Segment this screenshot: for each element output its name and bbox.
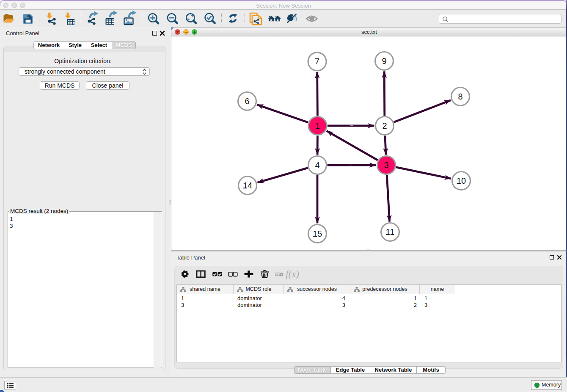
svg-text:11: 11 (386, 227, 395, 237)
svg-text:1: 1 (315, 121, 320, 130)
svg-text:4: 4 (315, 160, 319, 170)
svg-text:15: 15 (313, 229, 322, 238)
svg-text:7: 7 (315, 57, 319, 66)
svg-text:9: 9 (382, 56, 386, 66)
svg-text:f(x): f(x) (286, 269, 299, 279)
svg-text:10: 10 (457, 176, 466, 185)
svg-text:2: 2 (382, 121, 387, 130)
svg-text:6: 6 (245, 97, 249, 106)
svg-text:8: 8 (458, 92, 462, 101)
svg-text:3: 3 (384, 160, 388, 170)
svg-text:14: 14 (243, 181, 252, 190)
